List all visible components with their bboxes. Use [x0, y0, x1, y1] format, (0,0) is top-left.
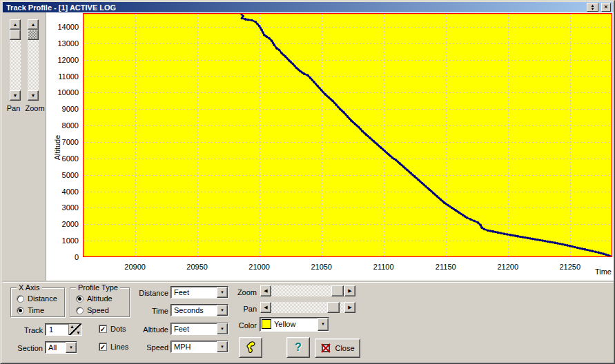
- x-tick-label: 21200: [497, 263, 518, 271]
- pan-scrollbar-label: Pan: [3, 104, 24, 112]
- section-combobox[interactable]: All ▼: [45, 341, 77, 354]
- lines-checkbox[interactable]: ✓: [99, 343, 107, 351]
- lines-checkbox-row[interactable]: ✓ Lines: [99, 343, 128, 351]
- radio-time[interactable]: Time: [17, 306, 44, 314]
- radio-speed-circle[interactable]: [76, 307, 84, 314]
- speed-unit-combobox[interactable]: MPH ▼: [170, 341, 228, 353]
- radio-time-label: Time: [28, 306, 44, 314]
- y-tick-label: 11000: [46, 72, 79, 81]
- zoom-scroll-down-button[interactable]: ▼: [28, 90, 39, 101]
- close-icon: ×: [604, 3, 607, 11]
- x-tick-label: 21050: [311, 263, 332, 271]
- zoom-scroll-up-button[interactable]: ▲: [28, 19, 39, 30]
- x-tick-label: 20900: [124, 263, 146, 271]
- zoom-vertical-scrollbar[interactable]: ▲ ▼: [28, 19, 39, 101]
- updown-down-icon: ▼: [591, 8, 595, 11]
- x-tick-label: 21000: [248, 263, 270, 271]
- track-spin-buttons[interactable]: ▲ ▼: [68, 324, 81, 335]
- color-combobox[interactable]: Yellow ▼: [260, 317, 329, 332]
- pan-scroll-thumb[interactable]: [327, 302, 340, 313]
- pan-scroll-down-button[interactable]: ▼: [10, 90, 21, 101]
- control-panel: X Axis Distance Time Profile Type Altitu…: [3, 282, 614, 363]
- y-tick-label: 13000: [46, 39, 79, 48]
- color-label: Color: [217, 321, 257, 330]
- y-tick-label: 9000: [46, 105, 79, 113]
- zoom-scroll-left-button[interactable]: ◀: [260, 285, 271, 296]
- pin-button[interactable]: [239, 337, 262, 358]
- scroll-down-icon: ▼: [31, 93, 36, 98]
- altitude-unit-value: Feet: [171, 323, 217, 334]
- titlebar[interactable]: Track Profile - [1] ACTIVE LOG ▲ ▼ ×: [3, 2, 612, 12]
- zoom-scrollbar-label: Zoom: [24, 104, 46, 112]
- profile-type-group-label: Profile Type: [76, 283, 120, 292]
- altitude-profile-plot[interactable]: [83, 13, 612, 257]
- zoom-slider-label: Zoom: [217, 288, 257, 296]
- x-tick-label: 20950: [186, 263, 208, 271]
- combo-arrow-icon[interactable]: ▼: [66, 342, 77, 353]
- time-unit-value: Seconds: [171, 305, 217, 316]
- y-tick-label: 6000: [46, 154, 79, 163]
- scroll-up-icon: ▲: [13, 22, 18, 27]
- spin-up-icon: ▲: [70, 324, 75, 329]
- y-tick-label: 14000: [46, 23, 79, 31]
- window-title: Track Profile - [1] ACTIVE LOG: [6, 3, 116, 12]
- dots-checkbox[interactable]: ✓: [99, 325, 107, 333]
- pan-vertical-scrollbar[interactable]: ▲ ▼: [10, 19, 21, 101]
- zoom-scroll-thumb[interactable]: [28, 30, 39, 40]
- pan-scroll-left-button[interactable]: ◀: [260, 302, 271, 313]
- pan-scroll-thumb[interactable]: [10, 30, 21, 40]
- spin-down-icon: ▼: [76, 330, 81, 335]
- speed-unit-label: Speed: [127, 343, 168, 352]
- scroll-down-icon: ▼: [13, 93, 18, 98]
- close-window-button[interactable]: ×: [601, 3, 611, 12]
- track-value: 1: [46, 324, 68, 335]
- close-x-icon: [320, 343, 331, 353]
- radio-altitude-circle[interactable]: [76, 295, 84, 303]
- color-swatch: [262, 319, 271, 329]
- combo-arrow-icon[interactable]: ▼: [217, 341, 228, 352]
- track-spinner[interactable]: 1 ▲ ▼: [45, 323, 82, 336]
- lines-label: Lines: [110, 343, 128, 351]
- scroll-left-icon: ◀: [264, 288, 267, 293]
- radio-altitude-label: Altitude: [87, 294, 113, 303]
- section-value: All: [46, 342, 66, 353]
- pan-scroll-up-button[interactable]: ▲: [10, 19, 21, 30]
- color-value: Yellow: [271, 318, 318, 331]
- radio-speed[interactable]: Speed: [76, 306, 109, 314]
- pushpin-icon: [244, 341, 257, 354]
- y-tick-label: 3000: [46, 203, 79, 212]
- radio-time-circle[interactable]: [17, 307, 24, 314]
- dots-checkbox-row[interactable]: ✓ Dots: [99, 325, 126, 333]
- close-button[interactable]: Close: [315, 338, 360, 358]
- zoom-scroll-right-button[interactable]: ▶: [344, 285, 355, 296]
- zoom-scroll-thumb[interactable]: [331, 285, 344, 296]
- y-tick-label: 4000: [46, 188, 79, 196]
- radio-distance-circle[interactable]: [17, 295, 24, 303]
- section-label: Section: [10, 344, 43, 352]
- updown-button[interactable]: ▲ ▼: [587, 3, 598, 12]
- radio-altitude[interactable]: Altitude: [76, 294, 113, 303]
- zoom-horizontal-scrollbar[interactable]: ◀ ▶: [260, 285, 355, 296]
- x-tick-label: 21150: [436, 263, 456, 271]
- radio-distance-label: Distance: [28, 294, 57, 303]
- radio-distance[interactable]: Distance: [17, 294, 57, 303]
- dots-label: Dots: [110, 325, 126, 333]
- x-axis-title: Time: [595, 267, 612, 276]
- x-axis-group-label: X Axis: [17, 283, 42, 292]
- track-label: Track: [10, 326, 43, 334]
- speed-unit-value: MPH: [171, 341, 217, 352]
- pan-horizontal-scrollbar[interactable]: ◀ ▶: [260, 302, 355, 313]
- close-button-label: Close: [335, 344, 354, 352]
- help-button[interactable]: ?: [286, 337, 310, 358]
- scroll-left-icon: ◀: [264, 305, 267, 310]
- track-profile-window: Track Profile - [1] ACTIVE LOG ▲ ▼ × ▲ ▼…: [0, 0, 615, 364]
- scroll-up-icon: ▲: [31, 22, 36, 27]
- help-icon: ?: [295, 341, 302, 354]
- combo-arrow-icon[interactable]: ▼: [318, 318, 329, 331]
- x-tick-label: 21100: [373, 263, 394, 271]
- y-tick-label: 2000: [46, 220, 79, 228]
- scroll-right-icon: ▶: [348, 288, 351, 293]
- pan-scroll-right-button[interactable]: ▶: [344, 302, 355, 313]
- y-tick-label: 5000: [46, 171, 79, 179]
- y-tick-label: 0: [46, 253, 79, 261]
